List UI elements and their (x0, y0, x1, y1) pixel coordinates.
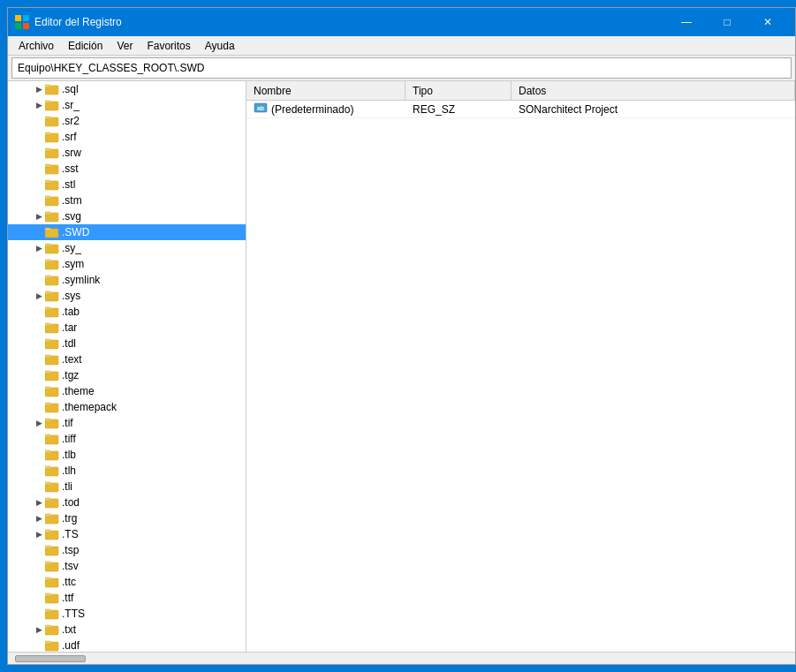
svg-rect-45 (45, 291, 50, 294)
menu-favoritos[interactable]: Favoritos (140, 37, 197, 55)
tree-item[interactable]: .tlb (8, 447, 246, 463)
tree-item-label: .trg (62, 512, 77, 525)
expand-icon[interactable]: ▶ (33, 210, 45, 223)
expand-icon[interactable]: ▶ (33, 242, 45, 254)
tree-item[interactable]: .srf (8, 129, 246, 145)
expand-icon[interactable]: ▶ (33, 83, 45, 95)
tree-item[interactable]: .tar (8, 320, 246, 336)
tree-item[interactable]: ▶ .trg (8, 510, 246, 526)
tree-item[interactable]: .symlink (8, 272, 246, 288)
menu-ayuda[interactable]: Ayuda (198, 37, 242, 55)
tree-item-label: .srf (62, 131, 77, 143)
tree-item[interactable]: .SWD (8, 224, 246, 240)
tree-item[interactable]: .tgz (8, 367, 246, 383)
tree-item-label: .sym (62, 258, 84, 270)
expand-icon[interactable]: ▶ (33, 623, 45, 636)
tree-panel[interactable]: ▶ .sql▶ .sr_ .sr2 .srf .srw .sst .stl .s… (8, 81, 246, 652)
expand-icon[interactable]: ▶ (33, 496, 45, 509)
tree-item[interactable]: .tlh (8, 463, 246, 479)
scroll-thumb[interactable] (15, 655, 86, 662)
svg-rect-12 (45, 117, 50, 119)
tree-item[interactable]: .tsp (8, 542, 246, 558)
expand-icon[interactable]: ▶ (33, 512, 45, 525)
tree-item[interactable]: .tsv (8, 558, 246, 574)
folder-icon (45, 115, 59, 127)
tree-item-label: .symlink (62, 274, 100, 286)
folder-icon (45, 464, 59, 477)
tree-item[interactable]: .srw (8, 145, 246, 161)
svg-rect-105 (45, 609, 50, 612)
menu-edicion[interactable]: Edición (61, 37, 110, 55)
tree-item[interactable]: .stl (8, 177, 246, 193)
horizontal-scrollbar[interactable] (8, 652, 795, 664)
tree-item-label: .tsv (62, 560, 79, 572)
tree-item[interactable]: ▶ .sy_ (8, 240, 246, 256)
svg-rect-69 (45, 419, 50, 421)
tree-item[interactable]: ▶ .tif (8, 415, 246, 431)
tree-item[interactable]: .themepack (8, 399, 246, 415)
svg-rect-48 (45, 307, 50, 310)
svg-rect-0 (15, 15, 21, 21)
tree-item-label: .sy_ (62, 242, 81, 254)
col-header-data[interactable]: Datos (512, 81, 795, 101)
detail-cell-name: ab (Predeterminado) (246, 102, 406, 117)
close-button[interactable]: ✕ (747, 8, 788, 36)
tree-item[interactable]: .tli (8, 479, 246, 495)
minimize-button[interactable]: — (666, 8, 707, 36)
tree-item[interactable]: .tdl (8, 336, 246, 351)
folder-icon (45, 623, 59, 636)
tree-item-label: .sql (62, 83, 79, 95)
svg-rect-75 (45, 450, 50, 453)
folder-icon (45, 480, 59, 493)
tree-item[interactable]: .sym (8, 256, 246, 272)
folder-icon (45, 131, 59, 143)
tree-item[interactable]: ▶ .svg (8, 208, 246, 224)
tree-item[interactable]: .udf (8, 638, 246, 652)
tree-item[interactable]: .stm (8, 193, 246, 208)
svg-rect-57 (45, 355, 50, 358)
detail-panel[interactable]: Nombre Tipo Datos ab (Predeterminado)REG… (246, 81, 795, 652)
tree-item[interactable]: .theme (8, 383, 246, 399)
tree-item[interactable]: ▶ .sr_ (8, 97, 246, 113)
folder-icon (45, 433, 59, 445)
window-controls: — □ ✕ (666, 8, 788, 36)
folder-icon (45, 99, 59, 111)
tree-item[interactable]: .tiff (8, 431, 246, 447)
expand-icon[interactable]: ▶ (33, 290, 45, 302)
tree-item[interactable]: ▶ .tod (8, 495, 246, 510)
expand-icon[interactable]: ▶ (33, 99, 45, 111)
expand-icon[interactable]: ▶ (33, 417, 45, 429)
tree-item[interactable]: ▶ .sys (8, 288, 246, 304)
col-header-name[interactable]: Nombre (246, 81, 406, 101)
tree-item-label: .tli (62, 480, 72, 493)
folder-icon (45, 290, 59, 302)
tree-item[interactable]: .text (8, 351, 246, 367)
tree-item[interactable]: .tab (8, 304, 246, 320)
tree-item[interactable]: ▶ .sql (8, 81, 246, 97)
folder-icon (45, 337, 59, 350)
svg-rect-72 (45, 434, 50, 437)
menu-archivo[interactable]: Archivo (11, 37, 61, 55)
svg-rect-39 (45, 260, 50, 262)
expand-icon[interactable]: ▶ (33, 528, 45, 540)
svg-rect-27 (45, 196, 50, 199)
folder-icon (45, 576, 59, 588)
tree-item[interactable]: ▶ .txt (8, 622, 246, 638)
tree-item[interactable]: .TTS (8, 606, 246, 622)
tree-item[interactable]: .ttf (8, 590, 246, 606)
tree-item-label: .tar (62, 321, 77, 334)
tree-item[interactable]: ▶ .TS (8, 526, 246, 542)
folder-icon (45, 147, 59, 159)
tree-item[interactable]: .ttc (8, 574, 246, 590)
address-bar[interactable]: Equipo\HKEY_CLASSES_ROOT\.SWD (11, 57, 792, 79)
tree-item[interactable]: .sr2 (8, 113, 246, 129)
menu-ver[interactable]: Ver (110, 37, 140, 55)
col-header-type[interactable]: Tipo (406, 81, 512, 101)
tree-item-label: .ttf (62, 592, 73, 604)
svg-rect-9 (45, 101, 50, 103)
tree-item-label: .srw (62, 147, 81, 159)
tree-item[interactable]: .sst (8, 161, 246, 177)
detail-row[interactable]: ab (Predeterminado)REG_SZSONarchitect Pr… (246, 101, 795, 118)
maximize-button[interactable]: □ (707, 8, 747, 36)
folder-icon (45, 417, 59, 429)
